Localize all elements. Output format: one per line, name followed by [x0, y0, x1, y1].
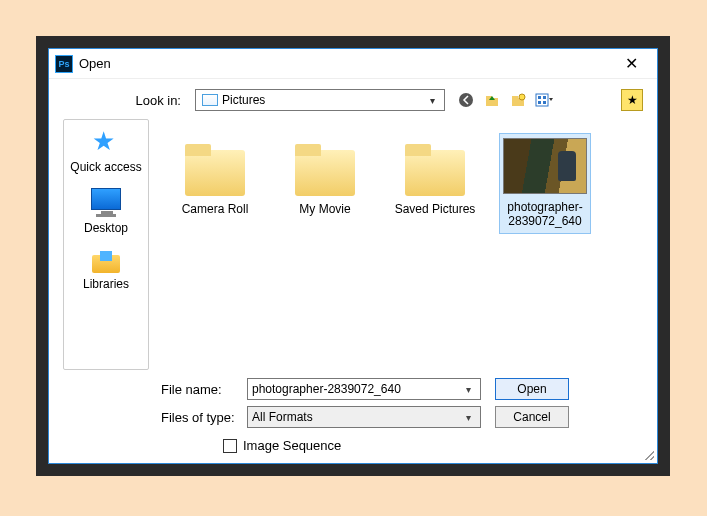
folder-icon	[293, 144, 357, 196]
filename-combo[interactable]: photographer-2839072_640 ▾	[247, 378, 481, 400]
libraries-icon	[92, 249, 120, 273]
back-button[interactable]	[455, 89, 477, 111]
desktop-icon	[91, 188, 121, 210]
file-list[interactable]: Camera Roll My Movie Saved Pictures phot…	[149, 119, 643, 370]
lookin-label: Look in:	[63, 93, 189, 108]
svg-point-5	[519, 94, 525, 100]
open-button[interactable]: Open	[495, 378, 569, 400]
place-desktop[interactable]: Desktop	[84, 188, 128, 235]
filetype-value: All Formats	[252, 410, 460, 424]
places-bar: Quick access Desktop Libraries	[63, 119, 149, 370]
file-item-folder[interactable]: Saved Pictures	[389, 133, 481, 221]
titlebar: Ps Open ✕	[49, 49, 657, 79]
file-item-folder[interactable]: My Movie	[279, 133, 371, 221]
filename-label: File name:	[161, 382, 247, 397]
svg-rect-6	[536, 94, 548, 106]
close-button[interactable]: ✕	[611, 50, 651, 78]
image-sequence-checkbox-row[interactable]: Image Sequence	[223, 438, 643, 453]
bottom-form: File name: photographer-2839072_640 ▾ Op…	[49, 370, 657, 463]
lookin-value: Pictures	[222, 93, 420, 107]
filetype-combo[interactable]: All Formats ▾	[247, 406, 481, 428]
svg-rect-7	[538, 96, 541, 99]
image-sequence-label: Image Sequence	[243, 438, 341, 453]
chevron-down-icon: ▾	[460, 384, 476, 395]
filename-value: photographer-2839072_640	[252, 382, 460, 396]
svg-rect-4	[512, 96, 518, 99]
svg-point-0	[459, 93, 473, 107]
view-menu-button[interactable]	[533, 89, 555, 111]
cancel-button[interactable]: Cancel	[495, 406, 569, 428]
new-folder-icon	[510, 92, 526, 108]
favorites-button[interactable]: ★	[621, 89, 643, 111]
place-label: Quick access	[70, 160, 141, 174]
svg-rect-10	[543, 101, 546, 104]
place-label: Desktop	[84, 221, 128, 235]
view-menu-icon	[535, 92, 553, 108]
svg-rect-9	[538, 101, 541, 104]
pictures-folder-icon	[202, 94, 218, 106]
image-thumbnail	[503, 138, 587, 194]
chevron-down-icon: ▾	[424, 90, 440, 110]
svg-rect-8	[543, 96, 546, 99]
chevron-down-icon: ▾	[460, 412, 476, 423]
lookin-toolbar: Look in: Pictures ▾	[49, 79, 657, 119]
nav-icons	[455, 89, 555, 111]
photoshop-icon: Ps	[55, 55, 73, 73]
place-libraries[interactable]: Libraries	[83, 249, 129, 291]
folder-up-icon	[484, 92, 500, 108]
open-dialog: Ps Open ✕ Look in: Pictures ▾	[48, 48, 658, 464]
star-icon: ★	[627, 93, 638, 107]
place-label: Libraries	[83, 277, 129, 291]
filetype-label: Files of type:	[161, 410, 247, 425]
up-one-level-button[interactable]	[481, 89, 503, 111]
back-arrow-icon	[458, 92, 474, 108]
file-item-folder[interactable]: Camera Roll	[169, 133, 261, 221]
file-item-image-selected[interactable]: photographer-2839072_640	[499, 133, 591, 234]
checkbox-icon	[223, 439, 237, 453]
dialog-title: Open	[79, 56, 611, 71]
folder-icon	[403, 144, 467, 196]
folder-icon	[183, 144, 247, 196]
new-folder-button[interactable]	[507, 89, 529, 111]
place-quick-access[interactable]: Quick access	[70, 130, 141, 174]
quick-access-icon	[92, 130, 120, 156]
lookin-combo[interactable]: Pictures ▾	[195, 89, 445, 111]
resize-grip-icon[interactable]	[642, 448, 654, 460]
